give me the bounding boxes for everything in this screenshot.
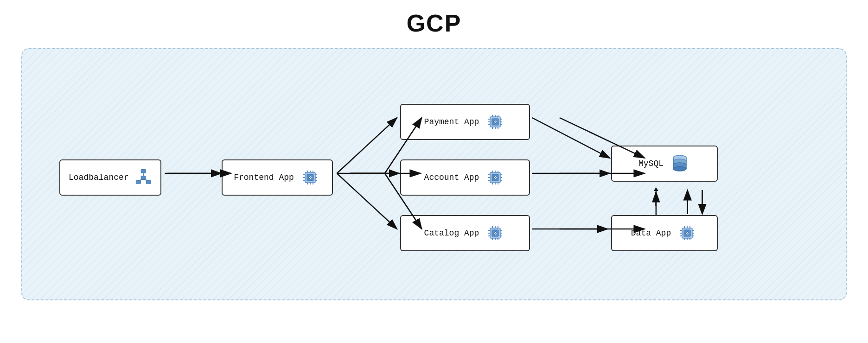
gcp-container: Loadbalancer Frontend App <box>21 48 847 300</box>
account-node: Account App <box>400 159 530 196</box>
svg-line-7 <box>532 118 610 158</box>
database-icon <box>669 153 690 174</box>
page-title: GCP <box>407 9 462 37</box>
account-label: Account App <box>424 173 479 182</box>
svg-line-20 <box>138 179 143 180</box>
frontend-node: Frontend App <box>222 159 333 196</box>
svg-rect-16 <box>136 180 140 184</box>
mysql-label: MySQL <box>638 159 664 168</box>
data-node: Data App <box>611 215 718 251</box>
chip-icon-catalog <box>485 222 506 244</box>
svg-line-4 <box>337 118 397 173</box>
data-label: Data App <box>631 229 671 238</box>
svg-rect-18 <box>141 176 146 180</box>
catalog-label: Catalog App <box>424 229 479 238</box>
network-icon <box>134 167 152 188</box>
chip-icon-account <box>485 167 506 188</box>
chip-icon-payment <box>485 111 506 133</box>
payment-node: Payment App <box>400 104 530 140</box>
catalog-node: Catalog App <box>400 215 530 251</box>
svg-line-21 <box>143 179 148 180</box>
svg-point-96 <box>673 166 686 171</box>
chip-icon-frontend <box>300 167 321 188</box>
svg-marker-13 <box>654 187 658 191</box>
svg-rect-15 <box>141 169 146 173</box>
frontend-label: Frontend App <box>234 173 294 182</box>
chip-icon-data <box>677 222 698 244</box>
svg-line-6 <box>337 173 397 229</box>
svg-rect-17 <box>146 180 151 184</box>
loadbalancer-node: Loadbalancer <box>59 159 161 196</box>
payment-label: Payment App <box>424 117 479 127</box>
mysql-node: MySQL <box>611 146 718 182</box>
loadbalancer-label: Loadbalancer <box>69 173 129 182</box>
